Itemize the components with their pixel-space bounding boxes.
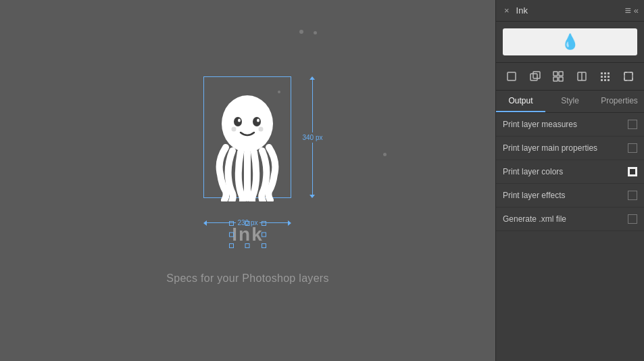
octopus-container: 340 px 230 px [170,76,325,212]
dots-grid-icon[interactable] [597,68,613,85]
panel-menu-icon[interactable]: ≡ [624,5,630,17]
tagline: Specs for your Photoshop layers [166,272,329,285]
tab-style[interactable]: Style [545,91,595,112]
svg-rect-11 [559,72,563,76]
quad-layer-icon[interactable] [550,68,566,85]
handle-bl [229,243,234,248]
option-generate-xml[interactable]: Generate .xml file [496,208,644,231]
option-print-main-properties[interactable]: Print layer main properties [496,137,644,160]
svg-rect-18 [608,72,610,74]
handle-ml [229,233,234,237]
svg-rect-21 [608,76,610,78]
icon-toolbar [496,63,644,91]
svg-rect-24 [608,79,610,81]
option-label-measures: Print layer measures [503,120,577,129]
handle-tl [229,221,234,226]
logo-text: Ink [232,224,263,245]
option-label-effects: Print layer effects [503,191,565,200]
canvas-area: 340 px 230 px Ink [0,0,495,361]
option-label-colors: Print layer colors [503,167,563,176]
svg-point-1 [234,117,242,126]
vertical-dimension: 340 px [301,76,324,198]
svg-rect-25 [624,72,633,80]
tab-output[interactable]: Output [496,91,545,112]
illustration-wrapper: 340 px 230 px Ink [166,76,329,285]
option-print-measures[interactable]: Print layer measures [496,113,644,137]
decorative-dot [383,153,387,156]
single-layer-icon[interactable] [503,68,520,85]
checkbox-effects[interactable] [628,191,637,200]
checkbox-main-properties[interactable] [628,143,637,153]
expand-corners-icon[interactable] [620,68,637,85]
align-center-icon[interactable] [574,68,590,85]
svg-point-6 [259,127,264,132]
checkbox-colors[interactable] [628,167,637,176]
svg-rect-8 [530,74,537,80]
octopus-illustration [207,87,288,201]
dual-layer-icon[interactable] [527,68,543,85]
decorative-dot [299,30,303,34]
checkbox-measures[interactable] [628,120,637,129]
panel: × Ink ≡ « 💧 Output Style Pr [495,0,644,361]
handle-tr [262,221,266,226]
color-picker-area: 💧 [496,22,644,63]
svg-rect-13 [559,77,563,81]
svg-point-4 [257,119,259,122]
svg-rect-23 [604,79,606,81]
handle-br [262,243,266,248]
option-label-xml: Generate .xml file [503,214,566,224]
tab-properties[interactable]: Properties [595,91,644,112]
svg-rect-20 [604,76,606,78]
svg-rect-22 [601,79,603,81]
tabs-row: Output Style Properties [496,91,644,113]
svg-rect-9 [533,72,540,78]
color-bar[interactable]: 💧 [503,28,637,55]
logo-selection: Ink [232,224,263,245]
option-print-colors[interactable]: Print layer colors [496,160,644,184]
svg-point-2 [253,117,261,126]
svg-rect-7 [507,72,516,80]
checkbox-xml[interactable] [628,214,637,224]
handle-tm [245,221,250,226]
decorative-dot [314,31,317,34]
handle-mr [262,233,266,237]
panel-titlebar: × Ink ≡ « [496,0,644,22]
svg-point-3 [238,119,241,122]
panel-close-button[interactable]: × [501,4,512,17]
handle-bm [245,243,250,248]
options-list: Print layer measures Print layer main pr… [496,113,644,361]
svg-rect-12 [553,77,558,81]
option-label-main-properties: Print layer main properties [503,143,597,153]
svg-point-5 [232,127,237,132]
svg-rect-17 [604,72,606,74]
option-print-effects[interactable]: Print layer effects [496,184,644,208]
panel-title: Ink [516,5,625,16]
svg-rect-10 [553,72,558,76]
color-drop-icon: 💧 [561,33,579,51]
panel-collapse-button[interactable]: « [634,5,639,16]
svg-point-0 [222,95,273,152]
svg-rect-16 [601,72,603,74]
svg-rect-19 [601,76,603,78]
